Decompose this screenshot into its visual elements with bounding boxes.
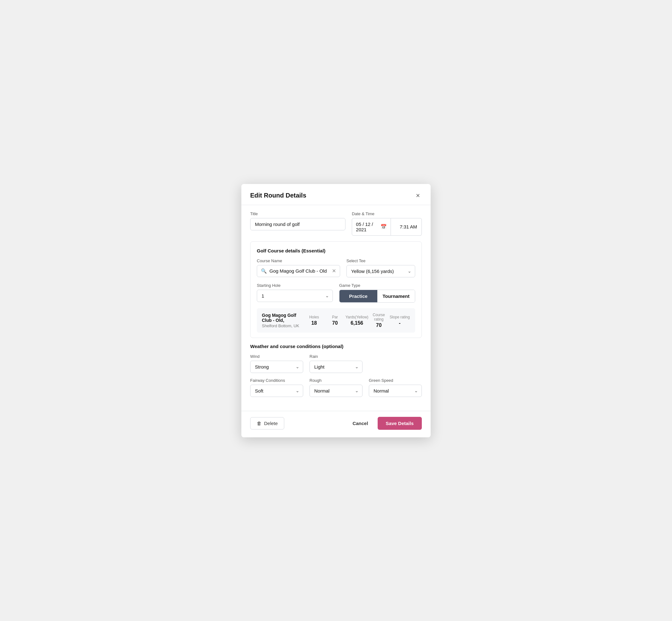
golf-course-section: Golf Course details (Essential) Course N… — [250, 241, 422, 338]
calendar-icon: 📅 — [380, 224, 387, 230]
weather-title: Weather and course conditions (optional) — [250, 344, 422, 349]
starting-hole-label: Starting Hole — [257, 283, 333, 288]
course-name-label: Course Name — [257, 258, 340, 263]
game-type-label: Game Type — [339, 283, 415, 288]
clear-course-button[interactable]: ✕ — [332, 268, 336, 274]
date-value: 05 / 12 / 2021 — [356, 221, 378, 232]
tournament-button[interactable]: Tournament — [377, 290, 415, 302]
holes-stat: Holes 18 — [303, 315, 324, 326]
wind-dropdown[interactable]: None Light Moderate Strong — [250, 361, 303, 373]
course-location: Shelford Bottom, UK — [262, 323, 303, 328]
wind-label: Wind — [250, 354, 303, 359]
rain-wrap: None Light Moderate Heavy ⌄ — [309, 361, 363, 373]
rough-label: Rough — [309, 378, 363, 383]
fairway-wrap: Soft Normal Hard ⌄ — [250, 385, 303, 397]
game-type-toggle: Practice Tournament — [339, 290, 415, 303]
edit-round-modal: Edit Round Details × Title Date & Time 0… — [241, 184, 431, 437]
practice-button[interactable]: Practice — [339, 290, 377, 302]
green-speed-group: Green Speed Slow Normal Fast ⌄ — [369, 378, 422, 397]
course-rating-stat: Course rating 70 — [369, 313, 389, 328]
modal-body: Title Date & Time 05 / 12 / 2021 📅 7:31 … — [241, 205, 431, 410]
delete-label: Delete — [264, 421, 278, 426]
golf-course-title: Golf Course details (Essential) — [257, 248, 415, 253]
yards-stat: Yards(Yellow) 6,156 — [345, 315, 369, 326]
slope-rating-stat: Slope rating - — [389, 315, 410, 326]
delete-button[interactable]: 🗑 Delete — [250, 417, 284, 429]
wind-wrap: None Light Moderate Strong ⌄ — [250, 361, 303, 373]
select-tee-wrap: Yellow (6,156 yards) White Red Blue ⌄ — [346, 265, 415, 277]
slope-rating-label: Slope rating — [389, 315, 410, 319]
select-tee-dropdown[interactable]: Yellow (6,156 yards) White Red Blue — [346, 265, 415, 277]
rough-wrap: Soft Normal Hard ⌄ — [309, 385, 363, 397]
modal-title: Edit Round Details — [250, 192, 306, 199]
course-info-box: Gog Magog Golf Club - Old, Shelford Bott… — [257, 308, 415, 333]
modal-footer: 🗑 Delete Cancel Save Details — [241, 411, 431, 437]
date-time-inputs: 05 / 12 / 2021 📅 7:31 AM — [352, 218, 422, 236]
datetime-label: Date & Time — [352, 211, 422, 216]
modal-header: Edit Round Details × — [241, 184, 431, 205]
fairway-group: Fairway Conditions Soft Normal Hard ⌄ — [250, 378, 303, 397]
time-input[interactable]: 7:31 AM — [391, 218, 422, 236]
time-value: 7:31 AM — [400, 224, 417, 230]
rain-label: Rain — [309, 354, 363, 359]
course-name-main: Gog Magog Golf Club - Old, — [262, 313, 303, 323]
holes-value: 18 — [303, 320, 324, 326]
game-type-group: Game Type Practice Tournament — [339, 283, 415, 303]
trash-icon: 🗑 — [257, 421, 261, 426]
course-name-search[interactable]: 🔍 ✕ — [257, 265, 340, 277]
yards-label: Yards(Yellow) — [345, 315, 369, 319]
starting-hole-group: Starting Hole 1 2 3 10 ⌄ — [257, 283, 333, 303]
title-input[interactable] — [250, 218, 345, 230]
weather-section: Weather and course conditions (optional)… — [250, 344, 422, 397]
select-tee-label: Select Tee — [346, 258, 415, 263]
starting-hole-dropdown[interactable]: 1 2 3 10 — [257, 290, 333, 302]
holes-label: Holes — [303, 315, 324, 319]
wind-group: Wind None Light Moderate Strong ⌄ — [250, 354, 303, 373]
footer-right: Cancel Save Details — [349, 417, 422, 430]
conditions-row: Fairway Conditions Soft Normal Hard ⌄ Ro… — [250, 378, 422, 397]
par-stat: Par 70 — [325, 315, 345, 326]
par-label: Par — [325, 315, 345, 319]
hole-gametype-row: Starting Hole 1 2 3 10 ⌄ Game Type — [257, 283, 415, 303]
course-name-group: Course Name 🔍 ✕ — [257, 258, 340, 277]
green-speed-wrap: Slow Normal Fast ⌄ — [369, 385, 422, 397]
starting-hole-wrap: 1 2 3 10 ⌄ — [257, 290, 333, 302]
green-speed-label: Green Speed — [369, 378, 422, 383]
title-datetime-row: Title Date & Time 05 / 12 / 2021 📅 7:31 … — [250, 211, 422, 236]
title-label: Title — [250, 211, 345, 216]
course-tee-row: Course Name 🔍 ✕ Select Tee Yellow (6,156… — [257, 258, 415, 277]
yards-value: 6,156 — [345, 320, 369, 326]
course-rating-value: 70 — [369, 323, 389, 328]
course-rating-label: Course rating — [369, 313, 389, 322]
green-speed-dropdown[interactable]: Slow Normal Fast — [369, 385, 422, 397]
close-button[interactable]: × — [414, 192, 422, 200]
cancel-button[interactable]: Cancel — [349, 417, 371, 429]
slope-rating-value: - — [389, 320, 410, 326]
select-tee-group: Select Tee Yellow (6,156 yards) White Re… — [346, 258, 415, 277]
course-name-input[interactable] — [269, 268, 329, 274]
rough-group: Rough Soft Normal Hard ⌄ — [309, 378, 363, 397]
fairway-dropdown[interactable]: Soft Normal Hard — [250, 385, 303, 397]
fairway-label: Fairway Conditions — [250, 378, 303, 383]
datetime-group: Date & Time 05 / 12 / 2021 📅 7:31 AM — [352, 211, 422, 236]
wind-rain-row: Wind None Light Moderate Strong ⌄ Rain — [250, 354, 422, 373]
rain-group: Rain None Light Moderate Heavy ⌄ — [309, 354, 363, 373]
title-group: Title — [250, 211, 345, 236]
par-value: 70 — [325, 320, 345, 326]
date-input[interactable]: 05 / 12 / 2021 📅 — [352, 218, 390, 236]
search-icon: 🔍 — [261, 268, 267, 274]
rain-dropdown[interactable]: None Light Moderate Heavy — [309, 361, 363, 373]
rough-dropdown[interactable]: Soft Normal Hard — [309, 385, 363, 397]
save-button[interactable]: Save Details — [378, 417, 422, 430]
course-name-block: Gog Magog Golf Club - Old, Shelford Bott… — [262, 313, 303, 328]
